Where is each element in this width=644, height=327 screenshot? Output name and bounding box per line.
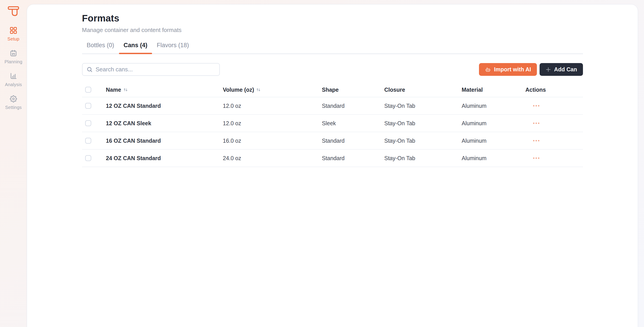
cell-name: 16 OZ CAN Standard xyxy=(106,138,223,144)
sort-icon[interactable] xyxy=(123,87,128,92)
row-checkbox[interactable] xyxy=(85,155,91,161)
grid-icon xyxy=(10,27,17,34)
add-button-label: Add Can xyxy=(554,66,577,73)
search-icon xyxy=(86,66,92,72)
sidebar-item-label: Settings xyxy=(5,105,22,110)
cell-name: 12 OZ CAN Standard xyxy=(106,103,223,109)
sidebar-item-label: Analysis xyxy=(5,82,22,87)
table-header-row: Name Volume (oz) Shape Closure Material xyxy=(82,82,583,97)
brand-logo[interactable] xyxy=(7,6,20,16)
sidebar-item-analysis[interactable]: Analysis xyxy=(1,72,26,87)
cell-material: Aluminum xyxy=(462,103,526,109)
column-header-actions: Actions xyxy=(526,86,583,93)
select-all-checkbox[interactable] xyxy=(85,87,91,92)
column-header-material: Material xyxy=(462,86,526,93)
bar-chart-icon xyxy=(10,72,17,80)
cell-closure: Stay-On Tab xyxy=(384,120,462,126)
cell-name: 12 OZ CAN Sleek xyxy=(106,120,223,126)
cans-table: Name Volume (oz) Shape Closure Material xyxy=(82,82,583,167)
cell-closure: Stay-On Tab xyxy=(384,103,462,109)
column-header-shape: Shape xyxy=(322,86,384,93)
row-actions-menu-icon[interactable] xyxy=(532,139,583,143)
import-with-ai-button[interactable]: Import with AI xyxy=(479,63,537,76)
cell-volume: 24.0 oz xyxy=(223,155,322,162)
sidebar-item-setup[interactable]: Setup xyxy=(1,27,26,42)
cell-closure: Stay-On Tab xyxy=(384,138,462,144)
cell-name: 24 OZ CAN Standard xyxy=(106,155,223,162)
search-input[interactable] xyxy=(96,66,215,73)
search-box[interactable] xyxy=(82,63,220,76)
plus-icon xyxy=(546,67,551,72)
table-row: 24 OZ CAN Standard 24.0 oz Standard Stay… xyxy=(82,150,583,167)
cell-volume: 12.0 oz xyxy=(223,120,322,126)
cell-shape: Sleek xyxy=(322,120,384,126)
row-actions-menu-icon[interactable] xyxy=(532,156,583,160)
cell-material: Aluminum xyxy=(462,155,526,162)
tab-cans[interactable]: Cans (4) xyxy=(119,42,152,54)
cell-shape: Standard xyxy=(322,155,384,162)
table-row: 12 OZ CAN Sleek 12.0 oz Sleek Stay-On Ta… xyxy=(82,115,583,132)
cell-material: Aluminum xyxy=(462,138,526,144)
add-can-button[interactable]: Add Can xyxy=(540,63,583,76)
tab-flavors[interactable]: Flavors (18) xyxy=(152,42,194,54)
calendar-icon xyxy=(10,50,17,57)
sidebar-item-label: Setup xyxy=(8,36,19,42)
cell-material: Aluminum xyxy=(462,120,526,126)
robot-icon xyxy=(485,66,491,73)
row-actions-menu-icon[interactable] xyxy=(532,121,583,125)
table-row: 16 OZ CAN Standard 16.0 oz Standard Stay… xyxy=(82,132,583,150)
sidebar-item-label: Planning xyxy=(4,59,22,64)
main-panel: Formats Manage container and content for… xyxy=(27,4,638,327)
row-checkbox[interactable] xyxy=(85,120,91,126)
sidebar-nav: Setup Planning Analysis xyxy=(1,27,26,110)
cell-volume: 16.0 oz xyxy=(223,138,322,144)
column-header-name[interactable]: Name xyxy=(106,86,223,93)
import-button-label: Import with AI xyxy=(494,66,531,73)
table-row: 12 OZ CAN Standard 12.0 oz Standard Stay… xyxy=(82,97,583,115)
page-subtitle: Manage container and content formats xyxy=(82,26,583,34)
cell-shape: Standard xyxy=(322,103,384,109)
row-checkbox[interactable] xyxy=(85,138,91,144)
tab-bottles[interactable]: Bottles (0) xyxy=(82,42,119,54)
column-header-volume[interactable]: Volume (oz) xyxy=(223,86,322,93)
toolbar: Import with AI Add Can xyxy=(82,63,583,76)
column-header-closure: Closure xyxy=(384,86,462,93)
row-checkbox[interactable] xyxy=(85,103,91,109)
sidebar-item-settings[interactable]: Settings xyxy=(1,95,26,110)
cell-shape: Standard xyxy=(322,138,384,144)
row-actions-menu-icon[interactable] xyxy=(532,104,583,108)
cell-volume: 12.0 oz xyxy=(223,103,322,109)
tab-bar: Bottles (0) Cans (4) Flavors (18) xyxy=(82,42,583,54)
sort-icon[interactable] xyxy=(256,87,261,92)
sidebar: Setup Planning Analysis xyxy=(0,0,27,327)
page-title: Formats xyxy=(82,13,583,24)
sidebar-item-planning[interactable]: Planning xyxy=(1,50,26,64)
gear-icon xyxy=(10,95,17,102)
cell-closure: Stay-On Tab xyxy=(384,155,462,162)
